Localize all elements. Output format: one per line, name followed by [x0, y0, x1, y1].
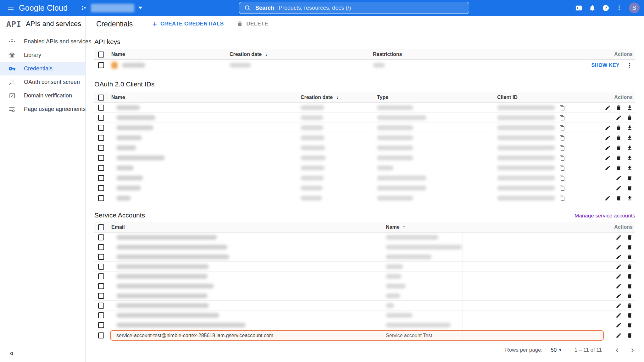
collapse-sidebar-icon[interactable]: [8, 350, 14, 357]
edit-icon[interactable]: [605, 145, 611, 151]
row-checkbox[interactable]: [98, 244, 104, 250]
previous-page-icon[interactable]: ‹: [616, 346, 619, 354]
select-all-checkbox[interactable]: [98, 52, 104, 58]
manage-service-accounts-link[interactable]: Manage service accounts: [575, 213, 635, 219]
trash-icon[interactable]: [627, 115, 633, 121]
row-checkbox[interactable]: [98, 312, 104, 318]
edit-icon[interactable]: [616, 234, 622, 240]
row-checkbox[interactable]: [98, 264, 104, 270]
row-checkbox[interactable]: [98, 105, 104, 111]
edit-icon[interactable]: [616, 175, 622, 181]
sidebar-item-credentials[interactable]: Credentials: [0, 62, 85, 75]
copy-icon[interactable]: [559, 115, 565, 121]
row-checkbox[interactable]: [98, 185, 104, 191]
search-input[interactable]: Search Products, resources, docs (/): [239, 2, 469, 14]
help-icon[interactable]: ?: [599, 2, 612, 14]
trash-icon[interactable]: [627, 175, 633, 181]
copy-icon[interactable]: [559, 185, 565, 191]
trash-icon[interactable]: [616, 125, 622, 131]
sidebar-item-enabled-apis-and-services[interactable]: Enabled APIs and services: [0, 35, 85, 48]
row-checkbox[interactable]: [98, 332, 104, 338]
edit-icon[interactable]: [616, 322, 622, 328]
google-cloud-logo[interactable]: Google Cloud: [19, 3, 68, 13]
trash-icon[interactable]: [616, 135, 622, 141]
copy-icon[interactable]: [559, 105, 565, 111]
trash-icon[interactable]: [616, 155, 622, 161]
row-checkbox[interactable]: [98, 135, 104, 141]
copy-icon[interactable]: [559, 135, 565, 141]
sidebar-item-oauth-consent-screen[interactable]: OAuth consent screen: [0, 75, 85, 89]
edit-icon[interactable]: [616, 303, 622, 309]
column-header-creation-date[interactable]: Creation date↓: [230, 51, 373, 58]
trash-icon[interactable]: [627, 244, 633, 250]
row-checkbox[interactable]: [98, 283, 104, 289]
row-checkbox[interactable]: [98, 195, 104, 201]
trash-icon[interactable]: [627, 264, 633, 270]
row-checkbox[interactable]: [98, 273, 104, 279]
row-checkbox[interactable]: [98, 145, 104, 151]
download-icon[interactable]: [627, 155, 633, 161]
trash-icon[interactable]: [627, 254, 633, 260]
edit-icon[interactable]: [616, 254, 622, 260]
row-more-vert-icon[interactable]: [626, 62, 633, 69]
select-all-checkbox[interactable]: [98, 224, 104, 230]
row-checkbox[interactable]: [98, 62, 104, 68]
row-checkbox[interactable]: [98, 165, 104, 171]
edit-icon[interactable]: [616, 273, 622, 279]
cloud-shell-icon[interactable]: [572, 2, 585, 14]
download-icon[interactable]: [627, 125, 633, 131]
column-header-name[interactable]: Name↑: [386, 224, 463, 230]
copy-icon[interactable]: [559, 125, 565, 131]
trash-icon[interactable]: [627, 293, 633, 299]
row-checkbox[interactable]: [98, 155, 104, 161]
trash-icon[interactable]: [627, 273, 633, 279]
download-icon[interactable]: [627, 165, 633, 171]
edit-icon[interactable]: [616, 293, 622, 299]
sidebar-item-page-usage-agreements[interactable]: Page usage agreements: [0, 102, 85, 116]
trash-icon[interactable]: [627, 312, 633, 318]
trash-icon[interactable]: [616, 195, 622, 201]
project-selector[interactable]: [80, 4, 142, 12]
row-checkbox[interactable]: [98, 322, 104, 328]
trash-icon[interactable]: [616, 105, 622, 111]
row-checkbox[interactable]: [98, 175, 104, 181]
next-page-icon[interactable]: ›: [631, 346, 634, 354]
edit-icon[interactable]: [605, 105, 611, 111]
sidebar-item-domain-verification[interactable]: Domain verification: [0, 89, 85, 102]
trash-icon[interactable]: [627, 322, 633, 328]
edit-icon[interactable]: [605, 165, 611, 171]
avatar[interactable]: S: [629, 3, 640, 13]
edit-icon[interactable]: [605, 195, 611, 201]
download-icon[interactable]: [627, 135, 633, 141]
service-account-row-highlighted[interactable]: service-account-test@nimble-cortex-28561…: [94, 330, 635, 341]
copy-icon[interactable]: [559, 165, 565, 171]
edit-icon[interactable]: [616, 312, 622, 318]
trash-icon[interactable]: [627, 332, 633, 338]
copy-icon[interactable]: [559, 155, 565, 161]
hamburger-menu-icon[interactable]: [4, 2, 17, 14]
trash-icon[interactable]: [627, 185, 633, 191]
download-icon[interactable]: [627, 145, 633, 151]
show-key-button[interactable]: SHOW KEY: [591, 63, 619, 68]
select-all-checkbox[interactable]: [98, 95, 104, 101]
edit-icon[interactable]: [616, 332, 622, 338]
edit-icon[interactable]: [605, 155, 611, 161]
edit-icon[interactable]: [616, 244, 622, 250]
edit-icon[interactable]: [616, 185, 622, 191]
delete-button[interactable]: DELETE: [237, 21, 268, 27]
row-checkbox[interactable]: [98, 303, 104, 309]
trash-icon[interactable]: [627, 283, 633, 289]
copy-icon[interactable]: [559, 175, 565, 181]
edit-icon[interactable]: [605, 135, 611, 141]
row-checkbox[interactable]: [98, 115, 104, 121]
trash-icon[interactable]: [627, 303, 633, 309]
notifications-bell-icon[interactable]: [586, 2, 598, 14]
row-checkbox[interactable]: [98, 234, 104, 240]
create-credentials-button[interactable]: + CREATE CREDENTIALS: [152, 20, 224, 28]
download-icon[interactable]: [627, 105, 633, 111]
row-checkbox[interactable]: [98, 293, 104, 299]
edit-icon[interactable]: [616, 115, 622, 121]
rows-per-page-select[interactable]: 50 ▾: [551, 347, 561, 353]
column-header-creation-date[interactable]: Creation date↓: [301, 94, 377, 101]
edit-icon[interactable]: [616, 283, 622, 289]
